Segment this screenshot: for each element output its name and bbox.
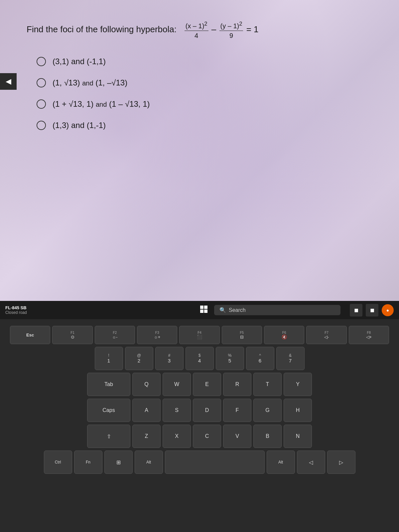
key-right-label: ▷ (339, 459, 343, 466)
key-6[interactable]: ^ 6 (246, 347, 274, 370)
key-n[interactable]: N (284, 425, 312, 448)
key-esc[interactable]: Esc (10, 326, 50, 344)
option-b[interactable]: (1, √13) and (1, –√13) (37, 78, 150, 87)
key-t-label: T (266, 381, 269, 387)
key-r[interactable]: R (223, 373, 251, 396)
number-row: ! 1 @ 2 # 3 $ 4 % 5 ^ 6 & 7 (10, 347, 389, 370)
key-g[interactable]: G (253, 399, 282, 422)
key-a[interactable]: A (132, 399, 161, 422)
key-b[interactable]: B (253, 425, 282, 448)
taskbar-icon-circle[interactable]: ● (382, 304, 394, 316)
taskbar-notification[interactable]: FL-845 SB Closed road (5, 305, 27, 315)
key-y-label: Y (296, 381, 300, 387)
key-w[interactable]: W (163, 373, 191, 396)
radio-c[interactable] (37, 99, 46, 109)
back-arrow-icon: ◀ (6, 77, 11, 86)
key-fn-key[interactable]: Fn (74, 451, 102, 474)
taskbar-icon-1-glyph: ◼ (354, 307, 358, 313)
key-7[interactable]: & 7 (276, 347, 305, 370)
key-arrow-right[interactable]: ▷ (327, 451, 355, 474)
f8-label: F8 (367, 331, 371, 334)
key-space[interactable] (165, 451, 265, 474)
key-3-bottom: 3 (168, 358, 171, 364)
f5-icon: ⊟ (240, 334, 244, 339)
key-5-top: % (228, 353, 232, 358)
svg-rect-3 (204, 310, 207, 313)
key-4[interactable]: $ 4 (186, 347, 214, 370)
key-f8[interactable]: F8 ◁+ (349, 326, 389, 344)
key-tab[interactable]: Tab (87, 373, 130, 396)
key-f[interactable]: F (223, 399, 251, 422)
f3-icon: ☼+ (154, 334, 161, 339)
key-f1[interactable]: F1 ⊙ (52, 326, 92, 344)
key-shift-label: ⇧ (107, 433, 111, 440)
key-shift-left[interactable]: ⇧ (87, 425, 130, 448)
key-w-label: W (174, 381, 179, 387)
option-c-label: (1 + √13, 1) and (1 – √13, 1) (53, 99, 150, 109)
key-y[interactable]: Y (284, 373, 312, 396)
key-q[interactable]: Q (132, 373, 161, 396)
key-r-label: R (235, 381, 239, 387)
key-e[interactable]: E (193, 373, 221, 396)
key-f4[interactable]: F4 ⬛ (179, 326, 219, 344)
key-caps[interactable]: Caps (87, 399, 130, 422)
taskbar-icon-2-glyph: ◼ (370, 307, 374, 313)
key-5[interactable]: % 5 (216, 347, 244, 370)
option-d-label: (1,3) and (1,-1) (53, 121, 106, 130)
key-f2[interactable]: F2 ☼- (95, 326, 135, 344)
key-win-label: ⊞ (116, 459, 121, 466)
radio-a[interactable] (37, 57, 46, 66)
radio-b[interactable] (37, 78, 46, 87)
key-f6[interactable]: F6 🔇 (264, 326, 304, 344)
taskbar-icon-2[interactable]: ◼ (366, 304, 378, 317)
key-z-label: Z (145, 433, 148, 439)
f1-icon: ⊙ (71, 334, 74, 339)
key-z[interactable]: Z (132, 425, 161, 448)
f6-icon: 🔇 (282, 334, 287, 339)
key-f7[interactable]: F7 ◁- (306, 326, 346, 344)
key-3[interactable]: # 3 (155, 347, 184, 370)
key-alt-right[interactable]: Alt (267, 451, 295, 474)
f7-icon: ◁- (324, 334, 329, 339)
key-d[interactable]: D (193, 399, 221, 422)
back-button[interactable]: ◀ (0, 73, 17, 90)
key-d-label: D (205, 407, 209, 413)
key-win[interactable]: ⊞ (104, 451, 133, 474)
key-c-label: C (205, 433, 209, 439)
key-alt-left[interactable]: Alt (135, 451, 163, 474)
key-x[interactable]: X (163, 425, 191, 448)
key-f5[interactable]: F5 ⊟ (222, 326, 262, 344)
key-6-top: ^ (259, 353, 261, 358)
key-c[interactable]: C (193, 425, 221, 448)
search-bar[interactable]: 🔍 Search (214, 305, 340, 315)
key-6-bottom: 6 (259, 358, 261, 364)
key-2[interactable]: @ 2 (125, 347, 153, 370)
qwerty-row: Tab Q W E R T Y (10, 373, 389, 396)
key-v-label: V (235, 433, 239, 439)
option-d[interactable]: (1,3) and (1,-1) (37, 121, 150, 130)
key-1-top: ! (108, 353, 109, 358)
taskbar: FL-845 SB Closed road 🔍 Search ◼ ◼ ● (0, 301, 399, 319)
option-c[interactable]: (1 + √13, 1) and (1 – √13, 1) (37, 99, 150, 109)
taskbar-icon-1[interactable]: ◼ (350, 304, 362, 317)
windows-start-button[interactable] (200, 306, 207, 315)
key-7-top: & (289, 353, 292, 358)
f4-icon: ⬛ (197, 334, 202, 339)
esc-label: Esc (26, 332, 34, 337)
radio-d[interactable] (37, 121, 46, 130)
key-f3[interactable]: F3 ☼+ (137, 326, 177, 344)
key-arrow-left[interactable]: ◁ (297, 451, 325, 474)
key-1[interactable]: ! 1 (95, 347, 123, 370)
key-2-top: @ (137, 353, 141, 358)
key-ctrl-left[interactable]: Ctrl (44, 451, 72, 474)
option-a[interactable]: (3,1) and (-1,1) (37, 57, 150, 66)
f3-label: F3 (155, 331, 159, 334)
search-icon: 🔍 (219, 307, 226, 313)
key-h[interactable]: H (284, 399, 312, 422)
key-s[interactable]: S (163, 399, 191, 422)
key-4-bottom: 4 (198, 358, 201, 364)
key-v[interactable]: V (223, 425, 251, 448)
key-a-label: A (145, 407, 148, 413)
key-t[interactable]: T (253, 373, 282, 396)
key-q-label: Q (144, 381, 148, 387)
